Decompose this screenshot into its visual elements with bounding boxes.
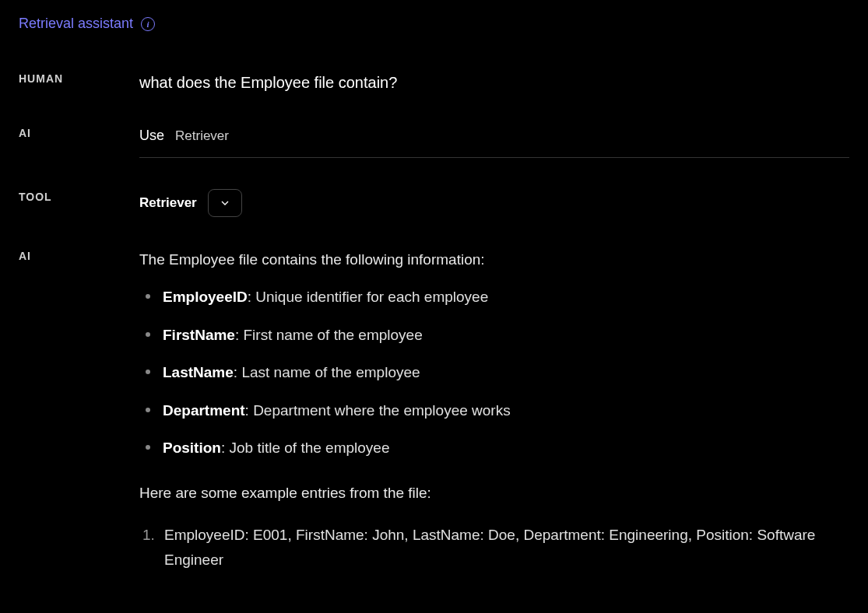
field-desc: Last name of the employee: [241, 364, 420, 380]
list-item: Department: Department where the employe…: [139, 399, 849, 422]
response-intro: The Employee file contains the following…: [139, 248, 849, 271]
field-desc: Job title of the employee: [230, 440, 390, 456]
message-row-ai-response: AI The Employee file contains the follow…: [19, 248, 849, 583]
ai-use-content: Use Retriever: [139, 125, 849, 158]
tool-used-name: Retriever: [175, 126, 229, 146]
examples-intro: Here are some example entries from the f…: [139, 482, 849, 505]
ai-response: The Employee file contains the following…: [139, 248, 849, 583]
list-item: EmployeeID: E001, FirstName: John, LastN…: [139, 523, 849, 573]
role-label: AI: [19, 248, 139, 583]
list-item: Position: Job title of the employee: [139, 436, 849, 460]
field-desc: Department where the employee works: [253, 402, 511, 419]
conversation-area: HUMAN what does the Employee file contai…: [0, 47, 868, 583]
role-label: HUMAN: [19, 71, 139, 94]
page-title[interactable]: Retrieval assistant: [19, 16, 133, 32]
tool-content: Retriever: [139, 189, 849, 217]
tool-use-line: Use Retriever: [139, 125, 849, 158]
message-row-human: HUMAN what does the Employee file contai…: [19, 71, 849, 94]
field-name: Department: [163, 402, 245, 419]
example-list: EmployeeID: E001, FirstName: John, LastN…: [139, 523, 849, 573]
info-icon[interactable]: i: [141, 17, 155, 31]
tool-name: Retriever: [139, 193, 197, 213]
field-name: Position: [163, 440, 221, 456]
message-row-tool: TOOL Retriever: [19, 189, 849, 217]
chevron-down-icon: [219, 197, 231, 209]
list-item: FirstName: First name of the employee: [139, 324, 849, 347]
field-desc: First name of the employee: [243, 327, 422, 343]
list-item: LastName: Last name of the employee: [139, 361, 849, 384]
header: Retrieval assistant i: [0, 0, 868, 47]
message-row-ai-use: AI Use Retriever: [19, 125, 849, 158]
field-name: FirstName: [163, 327, 235, 343]
role-label: AI: [19, 125, 139, 158]
human-message: what does the Employee file contain?: [139, 71, 849, 94]
use-label: Use: [139, 125, 164, 146]
field-name: EmployeeID: [163, 289, 248, 305]
expand-tool-button[interactable]: [208, 189, 242, 217]
field-list: EmployeeID: Unique identifier for each e…: [139, 285, 849, 460]
field-name: LastName: [163, 364, 234, 380]
field-desc: Unique identifier for each employee: [255, 289, 488, 305]
role-label: TOOL: [19, 189, 139, 217]
list-item: EmployeeID: Unique identifier for each e…: [139, 285, 849, 309]
